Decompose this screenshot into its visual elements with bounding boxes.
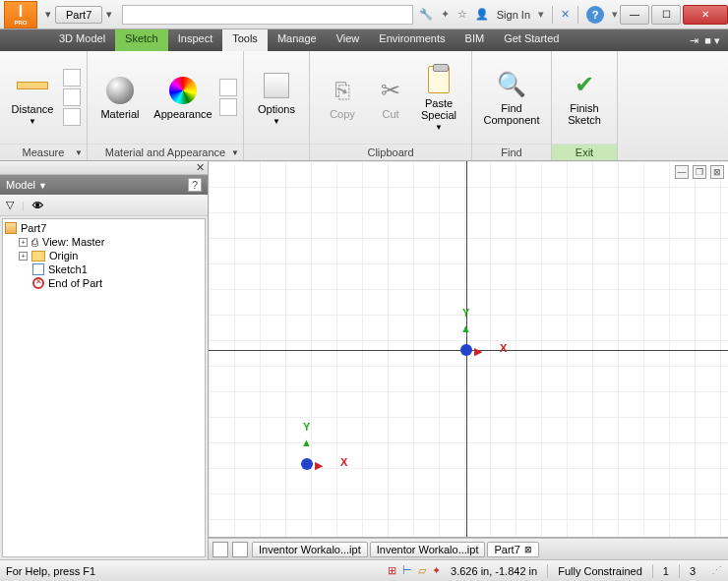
tabs-more-icon[interactable]: ■ ▾ <box>704 34 720 47</box>
model-browser-panel: ✕ Model ▼ ? ▽ | 👁 Part7 + ⎙ View: Master… <box>0 161 209 559</box>
x-arrow-icon: ▶ <box>315 459 323 472</box>
expander-icon[interactable]: + <box>19 238 28 247</box>
btn-label: Copy <box>330 108 355 120</box>
appearance-button[interactable]: Appearance <box>149 55 217 140</box>
y-label: Y <box>462 307 469 319</box>
appearance-tool-2[interactable] <box>219 98 237 116</box>
chevron-down-icon[interactable]: ▼ <box>231 148 239 157</box>
tab-bim[interactable]: BIM <box>455 29 495 51</box>
doc-tab-1[interactable]: Inventor Workalo...ipt <box>252 542 368 557</box>
resize-grip-icon[interactable]: ⋰ <box>711 564 722 577</box>
panel-help-icon[interactable]: ? <box>188 178 202 192</box>
finish-sketch-button[interactable]: ✔ Finish Sketch <box>556 55 613 140</box>
status-bar: For Help, press F1 ⊞ ⊢ ▱ ✦ 3.626 in, -1.… <box>0 559 728 581</box>
user-icon[interactable]: 👤 <box>475 8 489 21</box>
find-icon[interactable]: 👁 <box>32 200 43 211</box>
document-tabs: Inventor Workalo...ipt Inventor Workalo.… <box>209 538 728 559</box>
chevron-down-icon[interactable]: ▼ <box>38 181 47 191</box>
tab-tools[interactable]: Tools <box>222 29 268 51</box>
check-icon: ✔ <box>569 69 600 100</box>
wand-icon[interactable]: ✦ <box>441 8 450 21</box>
find-component-button[interactable]: 🔍 Find Component <box>476 55 547 140</box>
panel-close-icon[interactable]: ✕ <box>196 161 205 173</box>
doc-chevron[interactable]: ▾ <box>102 8 116 21</box>
scissors-icon: ✂ <box>375 75 406 106</box>
tab-3dmodel[interactable]: 3D Model <box>49 29 115 51</box>
distance-button[interactable]: Distance ▼ <box>4 55 61 140</box>
copy-button: ⎘ Copy <box>314 55 371 140</box>
folder-icon <box>31 251 45 261</box>
status-icon-3[interactable]: ▱ <box>418 564 426 577</box>
group-label: Clipboard <box>367 146 413 158</box>
sketch-canvas[interactable]: — ❐ ⊠ ▶ ▲ X Y ▶ ▲ X Y <box>209 161 728 538</box>
tool-icon[interactable]: 🔧 <box>419 8 433 21</box>
y-label: Y <box>303 421 310 433</box>
options-button[interactable]: Options ▼ <box>248 55 305 140</box>
tree-root[interactable]: Part7 <box>5 221 203 235</box>
tree-item-view[interactable]: + ⎙ View: Master <box>5 235 203 249</box>
canvas-close-button[interactable]: ⊠ <box>710 165 724 179</box>
filter-icon[interactable]: ▽ <box>6 199 14 211</box>
y-arrow-icon: ▲ <box>301 436 312 448</box>
btn-label: Material <box>100 108 139 120</box>
minimize-button[interactable]: — <box>620 5 649 25</box>
help-icon[interactable]: ? <box>586 6 604 24</box>
doc-tab-2[interactable]: Inventor Workalo...ipt <box>370 542 486 557</box>
search-input[interactable] <box>122 5 412 25</box>
tab-manage[interactable]: Manage <box>268 29 327 51</box>
tree-item-sketch1[interactable]: Sketch1 <box>5 262 203 276</box>
close-button[interactable]: ✕ <box>683 5 728 25</box>
maximize-button[interactable]: ☐ <box>651 5 681 25</box>
expander-icon[interactable]: + <box>19 252 28 261</box>
measure-tool-2[interactable] <box>63 88 81 106</box>
tab-environments[interactable]: Environments <box>369 29 455 51</box>
sign-in-link[interactable]: Sign In <box>497 9 530 21</box>
app-menu-chevron[interactable]: ▾ <box>41 8 55 21</box>
btn-label: Options <box>258 103 295 115</box>
star-icon[interactable]: ☆ <box>457 8 467 21</box>
chevron-down-icon: ▼ <box>273 117 280 126</box>
status-icon-1[interactable]: ⊞ <box>388 564 396 577</box>
tabs-scroll-icon[interactable]: ⇥ <box>690 34 698 47</box>
status-dim-count-1: 1 <box>663 565 669 577</box>
exchange-icon[interactable]: ✕ <box>561 8 570 21</box>
divider <box>679 564 680 578</box>
signin-chevron[interactable]: ▾ <box>538 8 544 21</box>
tree-item-end-of-part[interactable]: End of Part <box>5 276 203 290</box>
tab-getstarted[interactable]: Get Started <box>494 29 569 51</box>
canvas-restore-button[interactable]: ❐ <box>693 165 706 179</box>
model-tree[interactable]: Part7 + ⎙ View: Master + Origin Sketch1 … <box>2 218 206 557</box>
status-icon-2[interactable]: ⊢ <box>402 564 412 577</box>
sphere-icon <box>106 77 134 104</box>
btn-label: Distance <box>12 103 54 115</box>
app-icon[interactable]: IPRO <box>4 1 37 29</box>
tab-label: Inventor Workalo...ipt <box>259 544 361 555</box>
document-title: Part7 <box>55 6 102 24</box>
x-label: X <box>340 456 347 468</box>
end-of-part-icon <box>32 277 44 289</box>
group-label: Exit <box>576 146 593 158</box>
tab-view[interactable]: View <box>327 29 370 51</box>
measure-tool-3[interactable] <box>63 108 81 126</box>
status-icon-4[interactable]: ✦ <box>432 564 441 577</box>
color-wheel-icon <box>169 77 197 104</box>
tab-sketch[interactable]: Sketch <box>115 29 168 51</box>
cut-button: ✂ Cut <box>371 55 410 140</box>
titlebar: IPRO ▾ Part7 ▾ 🔧 ✦ ☆ 👤 Sign In ▾ ✕ ? ▾ —… <box>0 0 728 29</box>
material-button[interactable]: Material <box>91 55 149 140</box>
close-icon[interactable]: ⊠ <box>524 545 532 554</box>
paste-special-button[interactable]: Paste Special ▼ <box>410 55 467 140</box>
measure-tool-1[interactable] <box>63 69 81 87</box>
doc-tab-3[interactable]: Part7⊠ <box>487 542 538 557</box>
view-toggle-2[interactable] <box>232 542 248 557</box>
part-icon <box>5 222 17 234</box>
canvas-minimize-button[interactable]: — <box>675 165 689 179</box>
x-label: X <box>500 342 507 354</box>
appearance-tool-1[interactable] <box>219 79 237 96</box>
tab-inspect[interactable]: Inspect <box>168 29 222 51</box>
view-toggle-1[interactable] <box>212 542 228 557</box>
divider <box>552 6 553 24</box>
chevron-down-icon[interactable]: ▼ <box>75 148 83 157</box>
ribbon-tabs: 3D Model Sketch Inspect Tools Manage Vie… <box>0 29 728 51</box>
tree-item-origin[interactable]: + Origin <box>5 249 203 262</box>
